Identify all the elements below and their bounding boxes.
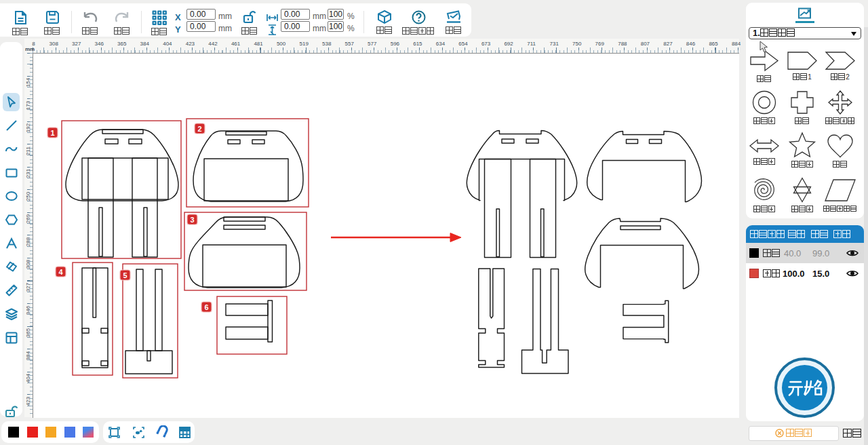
svg-text:6: 6	[204, 303, 208, 311]
svg-text:3: 3	[190, 216, 194, 224]
svg-text:1: 1	[50, 129, 54, 137]
svg-text:4: 4	[58, 268, 63, 276]
svg-text:2: 2	[197, 125, 201, 133]
svg-text:5: 5	[123, 271, 127, 279]
